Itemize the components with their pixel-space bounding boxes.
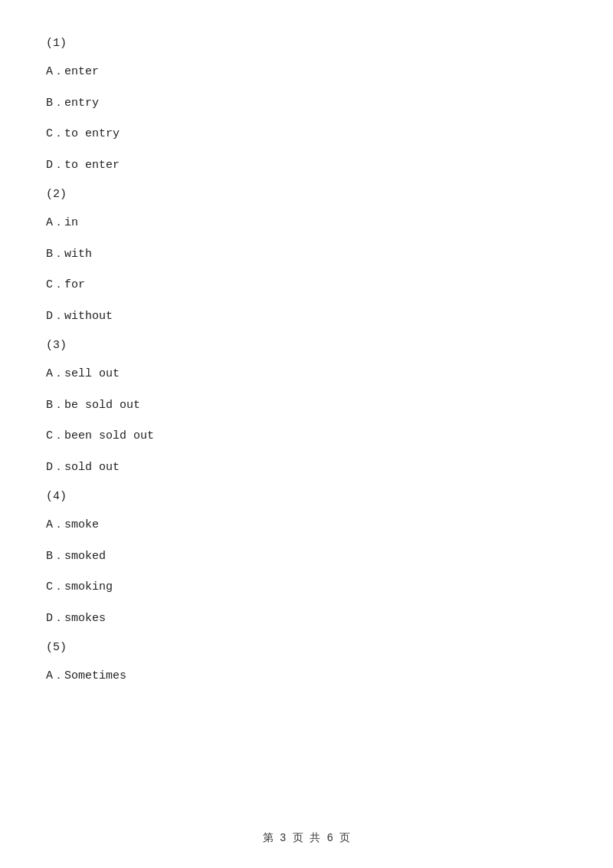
question-4-option-2: B．smoked [46,548,567,566]
question-3-option-4: D．sold out [46,459,567,477]
question-5-option-1: A．Sometimes [46,668,567,686]
question-1-option-3: C．to entry [46,126,567,143]
question-2-option-1: A．in [46,215,567,232]
question-1-option-1: A．enter [46,64,567,81]
question-number-4: (4) [46,490,567,503]
question-number-2: (2) [46,188,567,201]
question-2-option-3: C．for [46,277,567,294]
question-3-option-3: C．been sold out [46,428,567,446]
question-4-option-3: C．smoking [46,579,567,597]
question-3-option-2: B．be sold out [46,397,567,415]
question-4-option-1: A．smoke [46,517,567,534]
question-1-option-2: B．entry [46,95,567,113]
question-3-option-1: A．sell out [46,366,567,383]
question-4-option-4: D．smokes [46,610,567,628]
question-number-3: (3) [46,339,567,352]
question-number-1: (1) [46,37,567,50]
question-2-option-4: D．without [46,308,567,326]
page-content: (1)A．enterB．entryC．to entryD．to enter(2)… [0,0,613,745]
page-footer: 第 3 页 共 6 页 [0,831,613,845]
footer-text: 第 3 页 共 6 页 [263,832,351,844]
question-number-5: (5) [46,641,567,654]
question-1-option-4: D．to enter [46,157,567,175]
question-2-option-2: B．with [46,246,567,264]
